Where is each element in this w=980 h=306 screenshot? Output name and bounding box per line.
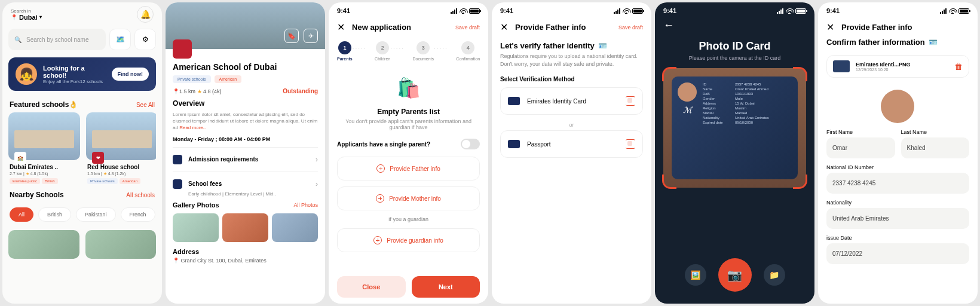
shutter-button[interactable]: 📷: [718, 258, 752, 292]
find-now-button[interactable]: Find now!: [112, 68, 149, 81]
school-card[interactable]: ❤ Red House school 1.5 km | ★ 4.8 (1.2k)…: [86, 112, 156, 186]
battery-icon: [469, 8, 480, 14]
step-children[interactable]: 2Children: [375, 41, 390, 61]
provide-mother-button[interactable]: Provide Mother info: [337, 186, 480, 210]
promo-banner[interactable]: 👧 Looking for a school! Enjoy all the Fo…: [8, 57, 156, 91]
file-meta: 12/29/2023 10:20: [856, 68, 948, 72]
gallery-image[interactable]: [173, 213, 219, 242]
gallery-title: Gallery Photos: [173, 201, 219, 209]
camera-sub: Please point the camera at the ID card: [655, 55, 814, 61]
chevron-right-icon: ›: [316, 180, 318, 188]
guardian-text: If you a guardian: [337, 216, 480, 222]
plus-icon: [373, 236, 382, 244]
filter-button[interactable]: ⚙: [134, 29, 156, 50]
screen-title: Provide Father info: [841, 23, 912, 32]
filter-chip-pakistani[interactable]: Pakistani: [76, 207, 116, 222]
step-confirmation[interactable]: 4Confirmation: [456, 41, 480, 61]
close-icon[interactable]: ✕: [337, 22, 345, 33]
save-draft-link[interactable]: Save draft: [618, 25, 643, 30]
school-meta: 2.7 km | ★ 4.8 (1.5k): [10, 172, 79, 176]
banner-sub: Enjoy all the Fork12 schools: [43, 79, 106, 84]
provide-father-button[interactable]: Provide Father info: [337, 157, 480, 180]
school-meta: 📍1.5 km ★ 4.8 (4k): [173, 88, 222, 94]
read-more-link[interactable]: Read more..: [179, 125, 206, 130]
school-tag: Private schools: [173, 75, 210, 83]
rating-badge: Outstanding: [283, 88, 318, 94]
banner-avatar: 👧: [16, 63, 37, 85]
nearby-school-card[interactable]: [85, 230, 157, 259]
battery-icon: [958, 8, 969, 14]
money-icon: [173, 179, 182, 189]
school-detail-screen: 🔖 ✈ American School of Dubai Private sch…: [166, 2, 325, 304]
overview-text: Lorem ipsum dolor sit amet, consectetur …: [173, 111, 318, 131]
scan-icon: [626, 139, 635, 149]
nationality-input[interactable]: [826, 208, 969, 229]
see-all-link[interactable]: See All: [136, 102, 155, 108]
signal-icon: [940, 8, 947, 14]
gallery-icon[interactable]: 🖼️: [685, 264, 706, 286]
wifi-icon: [623, 8, 630, 14]
location-picker[interactable]: Dubai: [11, 14, 42, 21]
wifi-icon: [460, 8, 467, 14]
next-button[interactable]: Next: [412, 276, 480, 298]
nearby-school-card[interactable]: [8, 230, 79, 259]
filter-chip-british[interactable]: British: [38, 207, 71, 222]
gallery-image[interactable]: [222, 213, 268, 242]
chevron-right-icon: ›: [316, 155, 318, 164]
save-draft-link[interactable]: Save draft: [455, 25, 480, 30]
nid-input[interactable]: [826, 173, 969, 194]
gallery-image[interactable]: [272, 213, 318, 242]
school-tag: Private schools: [87, 178, 118, 184]
school-image: 🏫: [8, 112, 80, 160]
status-time: 9:41: [500, 7, 513, 14]
overview-title: Overview: [173, 99, 318, 108]
method-passport[interactable]: Passport: [500, 130, 643, 158]
map-button[interactable]: 🗺️: [109, 29, 131, 50]
all-schools-link[interactable]: All schools: [126, 192, 155, 198]
send-icon[interactable]: ✈: [304, 29, 318, 43]
close-icon[interactable]: ✕: [500, 22, 508, 33]
back-icon[interactable]: ←: [655, 17, 814, 34]
method-emirates-id[interactable]: Emirates Identity Card: [500, 87, 643, 115]
nearby-title: Nearby Schools: [10, 191, 64, 199]
delete-icon[interactable]: 🗑: [954, 62, 963, 71]
uploaded-file[interactable]: Emirates Identi...PNG 12/29/2023 10:20 🗑: [826, 55, 969, 78]
school-name: Dubai Emirates ..: [10, 164, 79, 170]
filter-chip-all[interactable]: All: [10, 207, 33, 222]
issue-date-input[interactable]: [826, 243, 969, 264]
close-button[interactable]: Close: [337, 276, 406, 298]
last-name-label: Last Name: [901, 129, 970, 135]
document-icon: [173, 155, 182, 164]
school-meta: 1.5 km | ★ 4.8 (1.2k): [87, 172, 156, 176]
first-name-input[interactable]: [826, 137, 895, 158]
featured-title: Featured schools👌: [10, 100, 78, 109]
close-icon[interactable]: ✕: [826, 22, 834, 33]
all-photos-link[interactable]: All Photos: [294, 202, 318, 208]
school-card[interactable]: 🏫 Dubai Emirates .. 2.7 km | ★ 4.8 (1.5k…: [8, 112, 80, 186]
bookmark-icon[interactable]: 🔖: [284, 29, 299, 43]
single-parent-toggle[interactable]: [461, 139, 480, 149]
camera-scan-screen: 9:41 ← Photo ID Card Please point the ca…: [655, 2, 814, 304]
wifi-icon: [786, 8, 793, 14]
folder-icon[interactable]: 📁: [764, 264, 785, 286]
wifi-icon: [949, 8, 956, 14]
admission-row[interactable]: Admission requirements ›: [173, 147, 318, 172]
last-name-input[interactable]: [901, 137, 970, 158]
plus-icon: [376, 194, 384, 203]
step-documents[interactable]: 3Documents: [413, 41, 434, 61]
id-card-preview: ℳ ID2337 4238 4245 NameOmar Khaled Ahmed…: [672, 76, 798, 179]
bell-icon[interactable]: 🔔: [137, 6, 154, 23]
nid-label: National ID Number: [826, 164, 969, 170]
search-input[interactable]: 🔍 Search by school name: [8, 29, 106, 50]
address-title: Address: [173, 248, 318, 255]
camera-title: Photo ID Card: [655, 40, 814, 53]
file-thumbnail: [833, 60, 850, 72]
passport-icon: [508, 140, 520, 148]
filter-chip-french[interactable]: French: [121, 207, 155, 222]
method-section-title: Select Verification Method: [492, 68, 651, 87]
step-parents[interactable]: 1Parents: [337, 41, 353, 61]
school-tag: American: [215, 75, 242, 83]
search-placeholder: Search by school name: [26, 36, 89, 43]
provide-guardian-button[interactable]: Provide guardian info: [337, 228, 480, 252]
signal-icon: [451, 8, 457, 14]
